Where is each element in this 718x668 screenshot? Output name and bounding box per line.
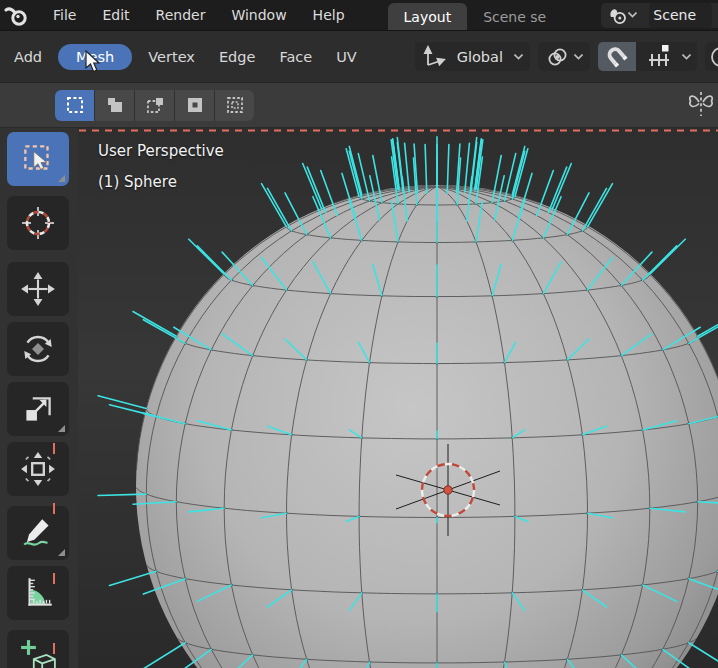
transform-orientation-icon <box>422 45 446 69</box>
tab-scene-se[interactable]: Scene se <box>467 3 562 30</box>
orientation-value: Global <box>451 49 509 65</box>
transform-tool[interactable] <box>7 442 69 496</box>
menu-uv[interactable]: UV <box>324 44 369 70</box>
select-invert-icon <box>185 95 205 115</box>
select-subtract-mode[interactable] <box>135 90 174 121</box>
select-extend-mode[interactable] <box>95 90 134 121</box>
measure-tool[interactable] <box>7 566 69 620</box>
snap-chevron[interactable] <box>682 42 697 71</box>
scene-icon <box>606 4 628 26</box>
chevron-down-icon <box>514 54 523 60</box>
record-border-dash <box>53 443 55 454</box>
view-perspective-label: User Perspective <box>98 142 224 160</box>
transform-orientation-dropdown[interactable]: Global <box>415 42 530 71</box>
menu-edge[interactable]: Edge <box>207 44 268 70</box>
scale-icon <box>19 390 57 428</box>
pivot-point-icon <box>545 45 569 69</box>
snap-toggle[interactable] <box>598 42 636 71</box>
select-subtract-icon <box>145 95 165 115</box>
select-mode-group <box>55 90 254 121</box>
mesh-symmetry-x-toggle[interactable] <box>686 89 716 123</box>
record-border-dash <box>53 503 55 514</box>
snap-increment-icon <box>645 43 673 71</box>
symmetry-butterfly-icon <box>686 89 716 119</box>
select-intersect-icon <box>225 95 245 115</box>
toolbar <box>0 128 78 668</box>
scene-name[interactable]: Scene <box>649 3 712 28</box>
select-set-icon <box>65 95 85 115</box>
select-intersect-mode[interactable] <box>215 90 254 121</box>
chevron-down-icon <box>628 12 637 18</box>
annotate-tool[interactable] <box>7 506 69 560</box>
active-object-label: (1) Sphere <box>98 173 177 191</box>
select-box-tool[interactable] <box>7 132 69 186</box>
menu-help[interactable]: Help <box>300 3 358 27</box>
blender-logo-icon <box>4 2 30 28</box>
workspace-tabs: Layout Scene se <box>388 0 563 30</box>
transform-icon <box>19 450 57 488</box>
select-set-mode[interactable] <box>55 90 94 121</box>
annotate-icon <box>19 514 57 552</box>
add-cube-icon <box>19 638 57 668</box>
snap-magnet-icon <box>604 44 630 70</box>
menu-edit[interactable]: Edit <box>89 3 142 27</box>
cursor-tool[interactable] <box>7 196 69 250</box>
menu-add[interactable]: Add <box>2 44 54 70</box>
3d-viewport-canvas[interactable] <box>0 128 718 668</box>
menu-file[interactable]: File <box>40 3 89 27</box>
move-tool[interactable] <box>7 262 69 316</box>
topbar: File Edit Render Window Help Layout Scen… <box>0 0 718 31</box>
proportional-editing-icon <box>708 44 718 70</box>
add-cube-tool[interactable] <box>7 630 69 668</box>
snap-with-dropdown[interactable] <box>636 42 682 71</box>
select-box-icon <box>19 140 57 178</box>
chevron-down-icon <box>682 54 691 60</box>
scale-tool[interactable] <box>7 382 69 436</box>
pivot-point-dropdown[interactable] <box>538 42 590 71</box>
cursor-tool-icon <box>18 203 58 243</box>
tab-layout[interactable]: Layout <box>388 3 468 30</box>
record-border-dash <box>53 573 55 584</box>
scene-selector[interactable]: Scene <box>601 3 718 28</box>
menu-vertex[interactable]: Vertex <box>136 44 207 70</box>
viewport-header: Add Mesh Vertex Edge Face UV Global <box>0 31 718 83</box>
menu-render[interactable]: Render <box>143 3 219 27</box>
3d-viewport: User Perspective (1) Sphere <box>0 128 718 668</box>
mouse-cursor <box>84 50 104 74</box>
move-icon <box>19 270 57 308</box>
select-invert-mode[interactable] <box>175 90 214 121</box>
snapping-controls <box>598 42 697 71</box>
measure-icon <box>19 574 57 612</box>
header-right-controls: Global <box>415 31 718 82</box>
proportional-editing-toggle[interactable] <box>705 42 718 71</box>
chevron-down-icon <box>574 54 583 60</box>
record-border-dash <box>53 643 55 654</box>
select-extend-icon <box>105 95 125 115</box>
rotate-icon <box>19 330 57 368</box>
menu-window[interactable]: Window <box>218 3 299 27</box>
menu-face[interactable]: Face <box>267 44 324 70</box>
tool-settings-bar <box>0 83 718 128</box>
rotate-tool[interactable] <box>7 322 69 376</box>
